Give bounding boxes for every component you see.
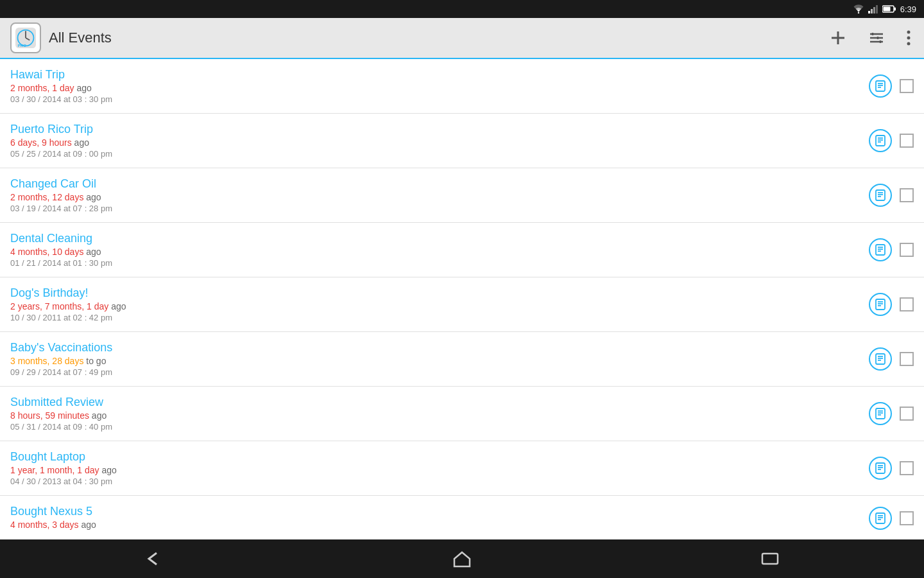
event-time-ago: 4 months, 3 days ago	[10, 520, 861, 530]
event-date: 01 / 21 / 2014 at 01 : 30 pm	[10, 258, 861, 268]
event-checkbox[interactable]	[900, 243, 914, 257]
notes-button[interactable]	[869, 293, 892, 316]
event-info: Baby's Vaccinations 3 months, 28 days to…	[10, 341, 861, 377]
event-title: Dog's Birthday!	[10, 286, 861, 300]
notes-button[interactable]	[869, 457, 892, 480]
event-title: Puerto Rico Trip	[10, 123, 861, 136]
svg-rect-3	[873, 7, 875, 13]
notes-button[interactable]	[869, 74, 892, 98]
back-button[interactable]	[118, 545, 190, 573]
event-date: 05 / 31 / 2014 at 09 : 40 pm	[10, 422, 861, 432]
event-date: 04 / 30 / 2013 at 04 : 30 pm	[10, 477, 861, 486]
event-time-ago: 2 months, 1 day ago	[10, 83, 861, 93]
battery-icon	[882, 4, 896, 13]
svg-rect-48	[876, 408, 885, 419]
event-actions	[869, 457, 914, 480]
nav-bar	[0, 539, 924, 578]
home-button[interactable]	[426, 545, 498, 573]
event-time-ago: 2 months, 12 days ago	[10, 192, 861, 202]
event-date: 10 / 30 / 2011 at 02 : 42 pm	[10, 313, 861, 322]
events-list: Hawai Trip 2 months, 1 day ago 03 / 30 /…	[0, 59, 924, 539]
event-checkbox[interactable]	[900, 461, 914, 475]
event-info: Bought Nexus 5 4 months, 3 days ago	[10, 505, 861, 531]
svg-rect-36	[876, 245, 885, 255]
event-info: Bought Laptop 1 year, 1 month, 1 day ago…	[10, 450, 861, 486]
event-title: Hawai Trip	[10, 68, 861, 82]
event-actions	[869, 347, 914, 371]
signal-icon	[868, 4, 878, 13]
notes-button[interactable]	[869, 184, 892, 207]
status-bar: 6:39	[0, 0, 924, 18]
event-actions	[869, 238, 914, 261]
event-time-ago: 8 hours, 59 minutes ago	[10, 410, 861, 421]
event-info: Puerto Rico Trip 6 days, 9 hours ago 05 …	[10, 123, 861, 159]
event-title: Submitted Review	[10, 396, 861, 409]
filter-button[interactable]	[865, 26, 888, 49]
event-checkbox[interactable]	[900, 297, 914, 311]
event-title: Dental Cleaning	[10, 232, 861, 245]
list-item: Dental Cleaning 4 months, 10 days ago 01…	[0, 223, 924, 277]
notes-button[interactable]	[869, 129, 892, 152]
svg-rect-2	[871, 9, 873, 13]
list-item: Bought Laptop 1 year, 1 month, 1 day ago…	[0, 441, 924, 496]
svg-rect-24	[876, 81, 885, 91]
svg-rect-56	[876, 513, 885, 523]
event-checkbox[interactable]	[900, 511, 914, 525]
svg-rect-1	[868, 11, 870, 13]
event-time-ago: 4 months, 10 days ago	[10, 247, 861, 257]
svg-rect-44	[876, 354, 885, 364]
wifi-icon	[853, 4, 864, 13]
add-event-button[interactable]	[826, 26, 850, 49]
svg-point-23	[907, 42, 911, 46]
svg-rect-52	[876, 463, 885, 473]
notes-button[interactable]	[869, 507, 892, 530]
page-title: All Events	[49, 30, 819, 46]
event-date: 05 / 25 / 2014 at 09 : 00 pm	[10, 149, 861, 159]
event-checkbox[interactable]	[900, 79, 914, 93]
svg-point-22	[907, 37, 911, 40]
svg-rect-7	[883, 7, 890, 12]
svg-rect-4	[876, 5, 878, 13]
event-date: 09 / 29 / 2014 at 07 : 49 pm	[10, 367, 861, 377]
event-date: 03 / 30 / 2014 at 03 : 30 pm	[10, 94, 861, 104]
recents-button[interactable]	[734, 545, 806, 573]
more-options-button[interactable]	[903, 26, 914, 49]
svg-rect-28	[876, 136, 885, 146]
app-bar-actions	[826, 26, 914, 49]
event-time-ago: 2 years, 7 months, 1 day ago	[10, 301, 861, 311]
svg-point-21	[907, 31, 911, 34]
event-title: Bought Nexus 5	[10, 505, 861, 518]
app-logo: PRO	[10, 22, 41, 53]
event-info: Submitted Review 8 hours, 59 minutes ago…	[10, 396, 861, 432]
list-item: Bought Nexus 5 4 months, 3 days ago	[0, 496, 924, 539]
list-item: Puerto Rico Trip 6 days, 9 hours ago 05 …	[0, 114, 924, 168]
app-bar: PRO All Events	[0, 18, 924, 59]
event-actions	[869, 74, 914, 98]
svg-rect-40	[876, 299, 885, 310]
event-time-ago: 3 months, 28 days to go	[10, 356, 861, 366]
list-item: Hawai Trip 2 months, 1 day ago 03 / 30 /…	[0, 59, 924, 114]
event-date: 03 / 19 / 2014 at 07 : 28 pm	[10, 204, 861, 213]
event-time-ago: 1 year, 1 month, 1 day ago	[10, 465, 861, 475]
svg-rect-32	[876, 190, 885, 200]
event-info: Dental Cleaning 4 months, 10 days ago 01…	[10, 232, 861, 268]
notes-button[interactable]	[869, 238, 892, 261]
event-checkbox[interactable]	[900, 352, 914, 366]
event-info: Hawai Trip 2 months, 1 day ago 03 / 30 /…	[10, 68, 861, 104]
event-checkbox[interactable]	[900, 407, 914, 421]
event-checkbox[interactable]	[900, 188, 914, 202]
event-info: Dog's Birthday! 2 years, 7 months, 1 day…	[10, 286, 861, 322]
list-item: Dog's Birthday! 2 years, 7 months, 1 day…	[0, 277, 924, 332]
event-title: Changed Car Oil	[10, 177, 861, 191]
svg-point-0	[857, 12, 859, 13]
notes-button[interactable]	[869, 347, 892, 371]
list-item: Changed Car Oil 2 months, 12 days ago 03…	[0, 168, 924, 223]
list-item: Baby's Vaccinations 3 months, 28 days to…	[0, 332, 924, 387]
svg-rect-6	[894, 8, 896, 11]
event-title: Bought Laptop	[10, 450, 861, 464]
notes-button[interactable]	[869, 402, 892, 425]
svg-rect-61	[762, 554, 778, 564]
event-checkbox[interactable]	[900, 134, 914, 148]
event-title: Baby's Vaccinations	[10, 341, 861, 355]
event-actions	[869, 184, 914, 207]
